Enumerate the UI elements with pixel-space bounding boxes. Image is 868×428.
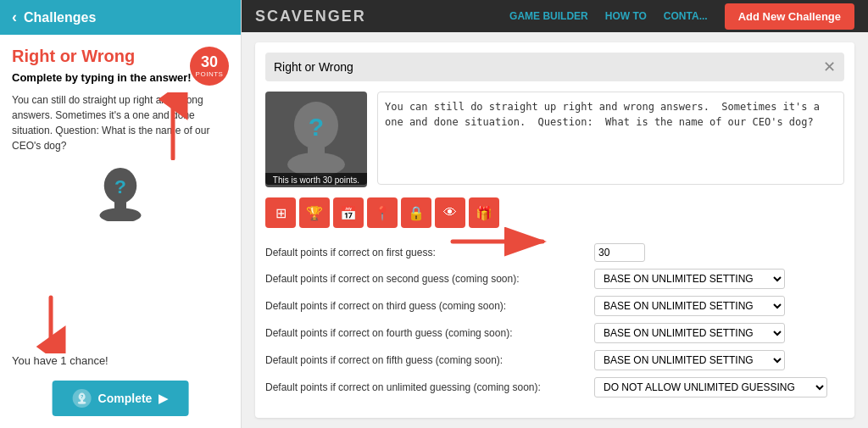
complete-btn-arrow: ▶ bbox=[159, 392, 168, 405]
image-caption: This is worth 30 points. bbox=[265, 173, 367, 187]
challenge-form: ✕ ? This is worth 30 points. You can sti… bbox=[255, 42, 854, 418]
nav-game-builder[interactable]: GAME BUILDER bbox=[509, 10, 588, 22]
setting-row-0: Default points if correct on first guess… bbox=[265, 243, 844, 262]
brain-icon-area: ? bbox=[12, 162, 229, 221]
points-value: 30 bbox=[201, 54, 218, 71]
close-button[interactable]: ✕ bbox=[823, 59, 836, 75]
setting-label-4: Default points if correct on fifth guess… bbox=[265, 354, 587, 366]
svg-text:?: ? bbox=[81, 395, 83, 399]
setting-label-5: Default points if correct on unlimited g… bbox=[265, 381, 587, 393]
scavenger-logo: SCAVENGER bbox=[255, 8, 366, 25]
challenge-body: ? This is worth 30 points. You can still… bbox=[265, 92, 844, 187]
top-nav: GAME BUILDER HOW TO CONTA... Add New Cha… bbox=[509, 3, 854, 30]
setting-row-1: Default points if correct on second gues… bbox=[265, 269, 844, 289]
svg-text:?: ? bbox=[309, 113, 324, 141]
arrow-down-annotation bbox=[34, 294, 68, 356]
setting-select-4[interactable]: BASE ON UNLIMITED SETTING 051015202530 bbox=[594, 350, 785, 370]
main-content: SCAVENGER GAME BUILDER HOW TO CONTA... A… bbox=[242, 0, 868, 428]
svg-text:?: ? bbox=[114, 175, 126, 197]
complete-btn-label: Complete bbox=[98, 392, 153, 405]
icon-btn-lock[interactable]: 🔒 bbox=[401, 197, 431, 228]
sidebar-header[interactable]: ‹ Challenges bbox=[0, 0, 241, 35]
setting-row-3: Default points if correct on fourth gues… bbox=[265, 323, 844, 343]
setting-row-4: Default points if correct on fifth guess… bbox=[265, 350, 844, 370]
icon-btn-puzzle[interactable]: ⊞ bbox=[265, 197, 296, 228]
brain-icon: ? bbox=[91, 162, 150, 221]
top-bar: SCAVENGER GAME BUILDER HOW TO CONTA... A… bbox=[242, 0, 868, 32]
chances-text: You have 1 chance! bbox=[12, 354, 108, 367]
nav-contact[interactable]: CONTA... bbox=[664, 10, 708, 22]
challenge-text-area: You can still do straight up right and w… bbox=[377, 92, 844, 187]
icon-btn-trophy[interactable]: 🏆 bbox=[299, 197, 330, 228]
icon-btn-calendar[interactable]: 📅 bbox=[333, 197, 364, 228]
setting-label-0: Default points if correct on first guess… bbox=[265, 247, 587, 258]
challenge-brain-image: ? bbox=[282, 98, 350, 179]
challenge-desc: You can still do straight up right and w… bbox=[12, 92, 229, 153]
setting-label-1: Default points if correct on second gues… bbox=[265, 273, 587, 285]
challenge-image-placeholder: ? bbox=[265, 92, 367, 185]
setting-select-5[interactable]: DO NOT ALLOW UNLIMITED GUESSING BASE ON … bbox=[594, 377, 827, 397]
back-arrow-icon: ‹ bbox=[12, 8, 17, 26]
icon-btn-eye[interactable]: 👁 bbox=[435, 197, 465, 228]
add-challenge-button[interactable]: Add New Challenge bbox=[725, 3, 854, 30]
sidebar: ‹ Challenges Right or Wrong 30 POINTS Co… bbox=[0, 0, 242, 428]
setting-select-3[interactable]: BASE ON UNLIMITED SETTING 051015202530 bbox=[594, 323, 785, 343]
setting-select-2[interactable]: BASE ON UNLIMITED SETTING 051015202530 bbox=[594, 296, 785, 316]
complete-brain-icon: ? bbox=[75, 392, 89, 405]
challenge-name-input[interactable] bbox=[274, 60, 816, 74]
points-label: POINTS bbox=[196, 71, 224, 79]
setting-row-2: Default points if correct on third guess… bbox=[265, 296, 844, 316]
complete-button[interactable]: ? Complete ▶ bbox=[53, 381, 189, 416]
points-badge: 30 POINTS bbox=[190, 47, 229, 86]
challenge-image-area: ? This is worth 30 points. bbox=[265, 92, 367, 187]
icon-btn-gift[interactable]: 🎁 bbox=[469, 197, 499, 228]
setting-input-0[interactable] bbox=[594, 243, 645, 262]
svg-point-11 bbox=[78, 402, 86, 404]
svg-point-3 bbox=[100, 208, 142, 221]
complete-btn-icon: ? bbox=[73, 389, 92, 408]
sidebar-content: Right or Wrong 30 POINTS Complete by typ… bbox=[0, 35, 241, 428]
challenge-textarea[interactable]: You can still do straight up right and w… bbox=[377, 92, 844, 185]
nav-how-to[interactable]: HOW TO bbox=[605, 10, 647, 22]
setting-select-1[interactable]: BASE ON UNLIMITED SETTING 051015202530 bbox=[594, 269, 785, 289]
setting-label-3: Default points if correct on fourth gues… bbox=[265, 327, 587, 339]
setting-row-5: Default points if correct on unlimited g… bbox=[265, 377, 844, 397]
settings-section: Default points if correct on first guess… bbox=[265, 240, 844, 408]
icon-toolbar: ⊞ 🏆 📅 📍 🔒 👁 🎁 bbox=[265, 197, 844, 228]
setting-label-2: Default points if correct on third guess… bbox=[265, 300, 587, 312]
sidebar-header-label: Challenges bbox=[24, 10, 96, 25]
icon-btn-pin[interactable]: 📍 bbox=[367, 197, 398, 228]
challenge-name-row: ✕ bbox=[265, 53, 844, 81]
